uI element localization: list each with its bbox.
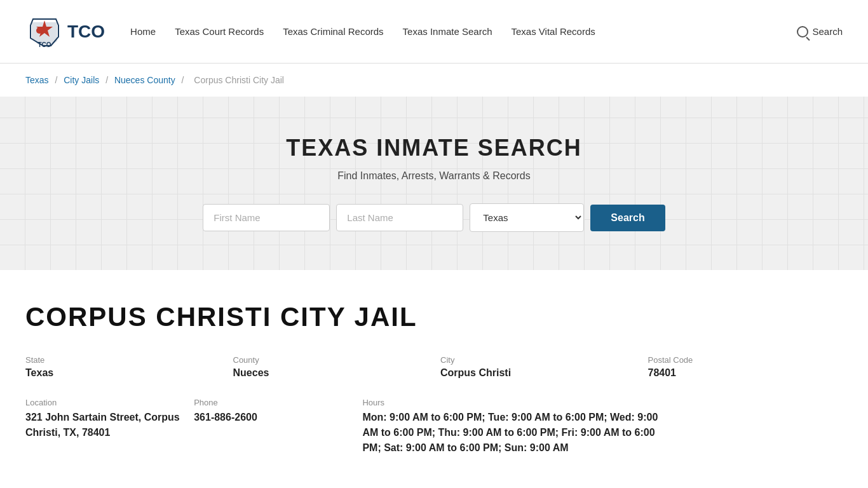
svg-text:TCO: TCO [37,41,51,48]
logo-text: TCO [67,22,105,42]
breadcrumb: Texas / City Jails / Nueces County / Cor… [0,64,868,97]
breadcrumb-current: Corpus Christi City Jail [194,75,284,85]
breadcrumb-texas[interactable]: Texas [25,75,49,85]
main-content: CORPUS CHRISTI CITY JAIL State Texas Cou… [0,270,868,487]
jail-state: State Texas [25,355,220,379]
state-label: State [25,355,220,365]
breadcrumb-sep3: / [182,75,184,85]
search-button[interactable]: Search [590,205,665,231]
nav-inmate-search[interactable]: Texas Inmate Search [403,25,492,38]
main-nav: Home Texas Court Records Texas Criminal … [130,25,843,38]
nav-search-label: Search [812,26,843,37]
city-value: Corpus Christi [440,367,635,379]
nav-court-records[interactable]: Texas Court Records [175,25,264,38]
hero-title: TEXAS INMATE SEARCH [25,135,843,161]
city-label: City [440,355,635,365]
state-value: Texas [25,367,220,379]
phone-value: 361-886-2600 [194,410,349,425]
jail-postal: Postal Code 78401 [648,355,843,379]
nav-search[interactable]: Search [797,26,843,37]
jail-title: CORPUS CHRISTI CITY JAIL [25,302,843,332]
jail-phone: Phone 361-886-2600 [194,398,349,456]
logo-icon: TCO [25,13,64,51]
breadcrumb-sep2: / [105,75,108,85]
svg-point-3 [36,27,43,34]
site-logo[interactable]: TCO TCO [25,13,105,51]
jail-city: City Corpus Christi [440,355,635,379]
postal-value: 78401 [648,367,843,379]
jail-hours: Hours Mon: 9:00 AM to 6:00 PM; Tue: 9:00… [362,398,674,456]
phone-label: Phone [194,398,349,407]
last-name-input[interactable] [336,204,463,231]
search-icon [797,26,808,37]
postal-label: Postal Code [648,355,843,365]
jail-location: Location 321 John Sartain Street, Corpus… [25,398,181,456]
county-value: Nueces [233,367,428,379]
hours-label: Hours [362,398,674,407]
state-select[interactable]: Texas Alabama Alaska Arizona Arkansas Ca… [470,203,584,232]
breadcrumb-city-jails[interactable]: City Jails [64,75,99,85]
location-label: Location [25,398,181,407]
breadcrumb-sep1: / [55,75,57,85]
hero-section: TEXAS INMATE SEARCH Find Inmates, Arrest… [0,97,868,270]
nav-home[interactable]: Home [130,25,156,38]
hours-value: Mon: 9:00 AM to 6:00 PM; Tue: 9:00 AM to… [362,410,674,456]
county-label: County [233,355,428,365]
location-value: 321 John Sartain Street, Corpus Christi,… [25,410,181,440]
inmate-search-form: Texas Alabama Alaska Arizona Arkansas Ca… [25,203,843,232]
breadcrumb-nueces-county[interactable]: Nueces County [114,75,175,85]
hero-subtitle: Find Inmates, Arrests, Warrants & Record… [25,170,843,182]
jail-info-row1: State Texas County Nueces City Corpus Ch… [25,355,843,379]
jail-info-row2: Location 321 John Sartain Street, Corpus… [25,398,843,456]
jail-empty [687,398,843,456]
first-name-input[interactable] [203,204,330,231]
nav-criminal-records[interactable]: Texas Criminal Records [283,25,383,38]
nav-vital-records[interactable]: Texas Vital Records [511,25,595,38]
jail-county: County Nueces [233,355,428,379]
